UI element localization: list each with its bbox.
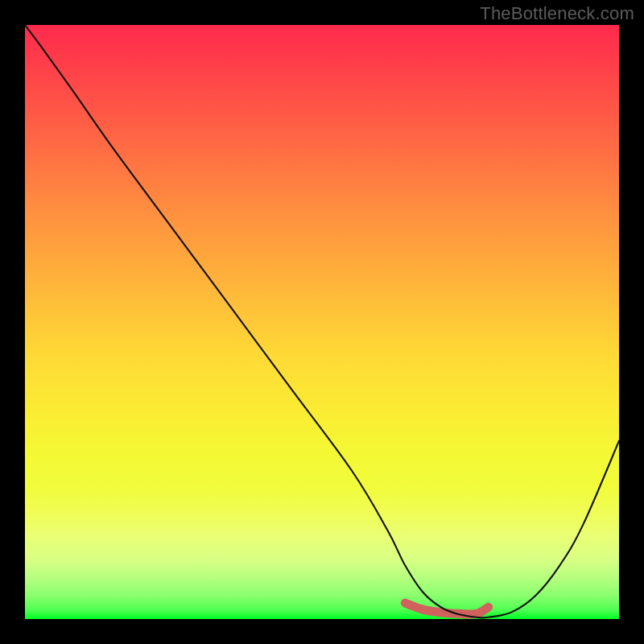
plot-area xyxy=(25,25,619,619)
sweet-spot-highlight xyxy=(405,603,488,614)
bottleneck-curve-line xyxy=(25,25,619,617)
chart-container: TheBottleneck.com xyxy=(0,0,644,644)
chart-svg xyxy=(25,25,619,619)
watermark-text: TheBottleneck.com xyxy=(480,3,634,24)
